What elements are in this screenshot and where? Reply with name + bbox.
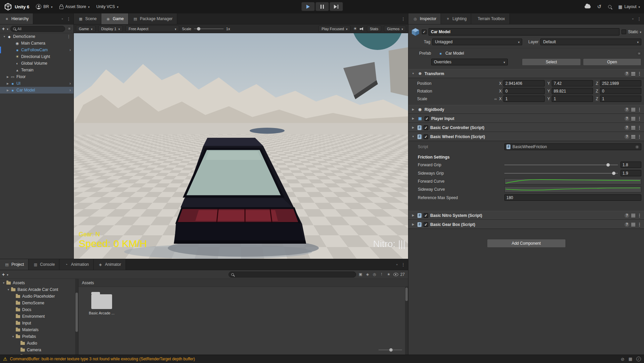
help-icon[interactable] [625,125,629,130]
search-icon[interactable] [608,5,611,8]
favorites-star-icon[interactable]: ★ [386,273,391,276]
cloud-icon[interactable] [585,5,591,8]
scene-picker-icon[interactable] [67,26,71,31]
scale-slider[interactable] [194,27,224,31]
folder-tree-item[interactable]: Audio Placeholder [0,293,78,300]
x-value-field[interactable]: 2.941406 [503,80,545,86]
status-message[interactable]: CommandBuffer: built-in render texture t… [10,357,195,361]
object-picker-icon[interactable] [635,145,639,149]
component-header[interactable]: ▶ Rigidbody [408,105,644,114]
create-asset-button[interactable]: + [2,272,5,277]
foldout-arrow-icon[interactable]: ▼ [411,135,415,138]
item-adornment-icon[interactable]: › [69,48,73,52]
save-search-icon[interactable]: ◎ [372,273,377,276]
preset-icon[interactable] [631,108,635,111]
component-enabled-checkbox[interactable]: ✓ [424,134,428,139]
overrides-dropdown[interactable]: Overrides [431,59,508,65]
layer-dropdown[interactable]: Default [540,39,641,45]
hierarchy-search-input[interactable]: All [10,26,65,32]
bottom-tab[interactable]: Console [29,259,59,270]
script-object-field[interactable]: BasicWheelFriction [504,143,641,150]
inspector-tab[interactable]: Terrain Toolbox [471,13,509,24]
play-focus-dropdown[interactable]: Play Focused [318,25,350,32]
folder-tree-item[interactable]: Environment [0,313,78,320]
foldout-arrow-icon[interactable]: ▶ [5,75,10,78]
kebab-menu-icon[interactable] [637,134,642,139]
kebab-menu-icon[interactable] [401,262,405,267]
kebab-menu-icon[interactable] [637,222,642,227]
component-enabled-checkbox[interactable]: ✓ [425,116,429,121]
search-by-type-icon[interactable]: ▣ [358,273,363,276]
kebab-menu-icon[interactable] [637,71,642,76]
vcs-menu[interactable]: Unity VCS [96,4,118,9]
package-manager-icon[interactable] [629,357,632,361]
aspect-dropdown[interactable]: Free Aspect [126,25,179,32]
foldout-arrow-icon[interactable]: ▶ [411,223,415,226]
create-button[interactable]: + [2,26,5,32]
y-value-field[interactable]: 7.42 [552,80,593,86]
help-icon[interactable] [625,134,629,139]
tile-zoom-slider[interactable] [379,348,402,352]
view-tab[interactable]: Package Manager [129,13,177,24]
tab-hierarchy[interactable]: ≡ Hierarchy [0,13,33,24]
folder-tree-item[interactable]: DemoScene [0,300,78,306]
foldout-arrow-icon[interactable]: ▼ [11,335,15,338]
forward-grip-value[interactable]: 1.8 [621,162,641,168]
component-header[interactable]: ▶ ✓ Basic Car Controller (Script) [408,123,644,132]
foldout-arrow-icon[interactable]: ▼ [6,288,11,291]
select-button[interactable]: Select [522,58,581,66]
folder-tree-item[interactable]: ▼ Basic Arcade Car Cont [0,286,78,293]
hierarchy-item[interactable]: ▶ Floor [0,73,73,80]
game-viewport[interactable]: Gear: N Speed: 0 KM/H Nitro: ||| [74,33,408,259]
kebab-menu-icon[interactable] [401,16,405,21]
folder-tree-item[interactable]: Materials [0,326,78,333]
stats-button[interactable]: Stats [367,25,381,32]
gameobject-name-field[interactable]: Car Model [429,28,620,36]
chevron-down-icon[interactable] [7,26,8,31]
kebab-menu-icon[interactable] [66,16,71,21]
preset-icon[interactable] [631,72,635,75]
hierarchy-item[interactable]: Directional Light [0,53,73,60]
help-icon[interactable] [625,116,629,121]
cursor-lock-icon[interactable] [621,357,625,362]
visibility-eye-icon[interactable] [393,273,398,276]
kebab-menu-icon[interactable] [637,213,642,218]
preset-icon[interactable] [631,214,635,217]
help-icon[interactable] [625,213,629,218]
foldout-arrow-icon[interactable]: ▶ [5,89,10,92]
foldout-arrow-icon[interactable]: ▼ [1,282,6,285]
preset-icon[interactable] [631,135,635,138]
asset-store-menu[interactable]: Asset Store [59,4,90,9]
assets-scrollbar[interactable] [405,287,408,355]
foldout-arrow-icon[interactable]: ▶ [411,117,415,120]
account-menu[interactable]: BR [36,4,52,9]
bottom-tab[interactable]: Project [0,259,29,270]
lock-icon[interactable] [396,262,398,267]
hierarchy-item[interactable]: Terrain [0,67,73,73]
display-dropdown[interactable]: Display 1 [98,25,123,32]
kebab-menu-icon[interactable] [637,116,642,121]
play-button[interactable] [301,2,315,11]
scale-link-icon[interactable]: ∞ [493,97,499,101]
search-by-label-icon[interactable]: ◈ [365,273,370,276]
preset-icon[interactable] [631,126,635,129]
gizmos-dropdown[interactable]: Gizmos [384,25,406,32]
z-value-field[interactable]: 1 [600,96,641,102]
folder-tree-item[interactable]: Camera [0,347,78,353]
folder-tree-item[interactable]: ▼ Assets [0,280,78,286]
folder-tree-item[interactable]: Audio [0,340,78,347]
z-value-field[interactable]: 252.1989 [600,80,641,86]
bottom-tab[interactable]: Animator [94,259,126,270]
x-value-field[interactable]: 1 [503,96,545,102]
static-checkbox[interactable] [622,29,626,34]
item-adornment-icon[interactable]: ⋮ [67,34,73,39]
component-enabled-checkbox[interactable]: ✓ [424,213,428,218]
lock-icon[interactable] [62,16,63,21]
mute-audio-icon[interactable] [360,27,364,31]
forward-grip-slider[interactable] [504,163,618,167]
y-value-field[interactable]: 1 [552,96,593,102]
foldout-arrow-icon[interactable]: ▶ [411,214,415,217]
cache-server-status-icon[interactable] [636,357,641,361]
help-icon[interactable] [625,107,629,112]
folder-tree-item[interactable]: Input [0,320,78,326]
